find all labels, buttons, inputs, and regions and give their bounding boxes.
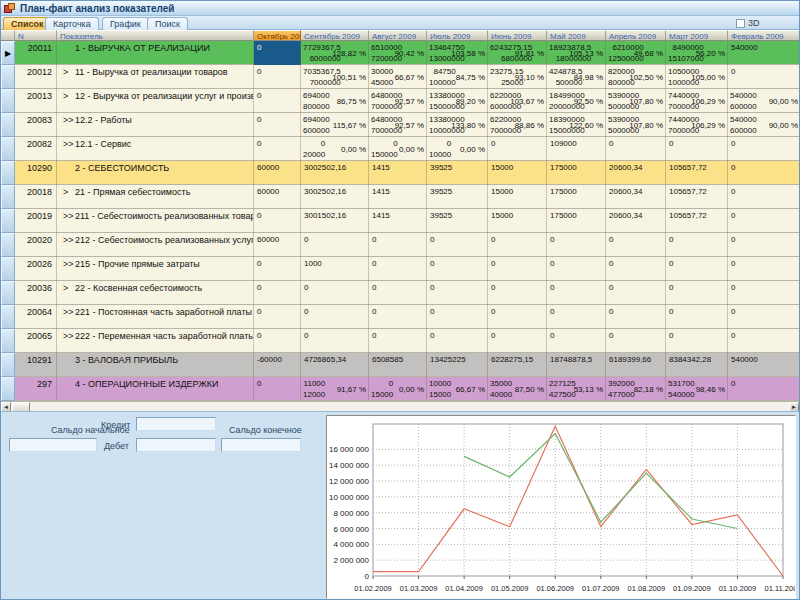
row-id[interactable]: 20013 <box>15 89 57 113</box>
month-cell[interactable]: 0 <box>301 305 369 329</box>
month-cell[interactable]: 20600,34 <box>606 185 666 209</box>
month-cell[interactable]: 0 <box>427 257 488 281</box>
month-cell[interactable]: 7035367,57000000100,51 % <box>301 65 369 89</box>
month-cell[interactable]: 54000060000090,00 % <box>728 89 799 113</box>
month-cell[interactable]: 20600,34 <box>606 209 666 233</box>
month-cell[interactable]: 4726865,34 <box>301 353 369 377</box>
month-cell[interactable]: 100001500066,67 % <box>427 377 488 401</box>
month-cell[interactable]: 0 <box>666 257 728 281</box>
month-cell[interactable]: 74400007000000106,29 % <box>666 89 728 113</box>
month-cell[interactable]: 1415 <box>369 161 427 185</box>
row-id[interactable]: 20012 <box>15 65 57 89</box>
month-cell[interactable]: 0 <box>427 305 488 329</box>
row-id[interactable]: 20018 <box>15 185 57 209</box>
month-cell[interactable]: 0 <box>488 281 547 305</box>
month-cell[interactable]: 175000 <box>547 209 606 233</box>
month-cell[interactable]: 0 <box>254 281 301 305</box>
month-cell[interactable]: 0 <box>254 41 301 65</box>
row-id[interactable]: 20064 <box>15 305 57 329</box>
row-id[interactable]: 20011 <box>15 41 57 65</box>
month-cell[interactable]: 3002502,16 <box>301 161 369 185</box>
month-cell[interactable]: 53900005000000107,80 % <box>606 89 666 113</box>
table-row[interactable]: 2974 - ОПЕРАЦИОННЫЕ ИЗДЕРЖКИ011000120009… <box>1 377 799 401</box>
month-cell[interactable]: 39200047700082,18 % <box>606 377 666 401</box>
month-cell[interactable]: 69400080000086,75 % <box>301 89 369 113</box>
month-cell[interactable]: 175000 <box>547 185 606 209</box>
month-cell[interactable]: 1839000015000000122,60 % <box>547 113 606 137</box>
credit-input[interactable] <box>136 417 216 431</box>
month-cell[interactable]: 3001502,16 <box>301 209 369 233</box>
month-cell[interactable]: 15000 <box>488 209 547 233</box>
month-cell[interactable]: 0 <box>427 233 488 257</box>
row-label[interactable]: 2 - СЕБЕСТОИМОСТЬ <box>57 161 254 185</box>
table-row[interactable]: 20064>>221 - Постоянная часть заработной… <box>1 305 799 329</box>
table-row[interactable]: 20019>>211 - Себестоимость реализованных… <box>1 209 799 233</box>
month-cell[interactable]: 0 <box>666 305 728 329</box>
month-cell[interactable]: 6508585 <box>369 353 427 377</box>
month-cell[interactable]: 0 <box>369 257 427 281</box>
month-cell[interactable]: 0 <box>606 257 666 281</box>
column-header-n[interactable]: N <box>15 30 57 41</box>
column-header-june[interactable]: Июнь 2009 <box>488 30 547 41</box>
month-cell[interactable]: 6243275,15680000091,81 % <box>488 41 547 65</box>
month-cell[interactable]: 15000 <box>488 161 547 185</box>
row-label[interactable]: >22 - Косвенная себестоимость <box>57 281 254 305</box>
month-cell[interactable]: 0 <box>606 137 666 161</box>
month-cell[interactable]: 540000 <box>728 353 799 377</box>
month-cell[interactable]: 184990002000000092,50 % <box>547 89 606 113</box>
debit-input[interactable] <box>136 438 216 452</box>
month-cell[interactable]: 18748878,5 <box>547 353 606 377</box>
month-cell[interactable]: 0 <box>488 305 547 329</box>
row-id[interactable]: 20083 <box>15 113 57 137</box>
row-selector[interactable] <box>1 137 15 161</box>
month-cell[interactable]: 0 <box>369 233 427 257</box>
row-selector[interactable] <box>1 209 15 233</box>
month-cell[interactable]: 0 <box>606 305 666 329</box>
table-row[interactable]: 20082>>12.1 - Сервис00200000,00 %0150000… <box>1 137 799 161</box>
row-label[interactable]: >21 - Прямая себестоимость <box>57 185 254 209</box>
month-cell[interactable]: 0 <box>254 257 301 281</box>
month-cell[interactable]: 0 <box>547 329 606 353</box>
month-cell[interactable]: 54000060000090,00 % <box>728 113 799 137</box>
row-selector[interactable] <box>1 305 15 329</box>
month-cell[interactable]: 0 <box>547 281 606 305</box>
month-cell[interactable]: 0 <box>254 65 301 89</box>
checkbox-3d[interactable]: 3D <box>736 18 760 28</box>
column-header-may[interactable]: Май 2009 <box>547 30 606 41</box>
month-cell[interactable]: 6220000700000088,86 % <box>488 113 547 137</box>
row-label[interactable]: >>211 - Себестоимость реализованных това… <box>57 209 254 233</box>
month-cell[interactable]: 0 <box>427 281 488 305</box>
row-selector[interactable] <box>1 161 15 185</box>
tab-card[interactable]: Карточка <box>45 17 99 30</box>
month-cell[interactable]: 0 <box>547 233 606 257</box>
month-cell[interactable]: 3002502,16 <box>301 185 369 209</box>
month-cell[interactable]: 8475010000084,75 % <box>427 65 488 89</box>
month-cell[interactable]: 74400007000000106,29 % <box>666 113 728 137</box>
column-header-february[interactable]: Февраль 2009 <box>728 30 800 41</box>
month-cell[interactable]: 0 <box>369 329 427 353</box>
row-label[interactable]: 1 - ВЫРУЧКА ОТ РЕАЛИЗАЦИИ <box>57 41 254 65</box>
month-cell[interactable]: 0150000,00 % <box>369 377 427 401</box>
month-cell[interactable]: 0 <box>728 161 799 185</box>
month-cell[interactable]: 109000 <box>547 137 606 161</box>
row-label[interactable]: >12 - Выручка от реализации услуг и прои… <box>57 89 254 113</box>
column-header-august[interactable]: Август 2009 <box>369 30 427 41</box>
month-cell[interactable]: 39525 <box>427 185 488 209</box>
row-label[interactable]: 3 - ВАЛОВАЯ ПРИБЫЛЬ <box>57 353 254 377</box>
row-selector[interactable] <box>1 377 15 401</box>
month-cell[interactable]: 0 <box>728 377 799 401</box>
tab-graph[interactable]: График <box>102 17 149 30</box>
row-label[interactable]: 4 - ОПЕРАЦИОННЫЕ ИЗДЕРЖКИ <box>57 377 254 401</box>
month-cell[interactable]: 1346475013000000103,58 % <box>427 41 488 65</box>
month-cell[interactable]: 540000 <box>728 41 799 65</box>
month-cell[interactable]: 0 <box>666 233 728 257</box>
table-row[interactable]: 102913 - ВАЛОВАЯ ПРИБЫЛЬ-600004726865,34… <box>1 353 799 377</box>
month-cell[interactable]: 0 <box>606 329 666 353</box>
month-cell[interactable]: -60000 <box>254 353 301 377</box>
month-cell[interactable]: 60000 <box>254 161 301 185</box>
month-cell[interactable]: 1415 <box>369 209 427 233</box>
row-label[interactable]: >>12.2 - Работы <box>57 113 254 137</box>
column-header-march[interactable]: Март 2009 <box>666 30 728 41</box>
month-cell[interactable]: 22712542750053,13 % <box>547 377 606 401</box>
month-cell[interactable]: 0 <box>254 377 301 401</box>
